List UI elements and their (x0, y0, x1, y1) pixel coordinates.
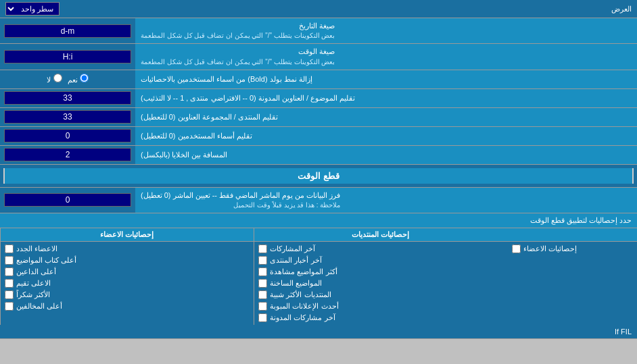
topic-trim-label: تقليم الموضوع / العناوين المدونة (0 -- ا… (135, 89, 637, 107)
time-format-label: صيغة الوقت بعض التكوينات يتطلب "/" التي … (135, 44, 637, 69)
list-item: آخر مشاركات المدونة (257, 312, 504, 323)
if-fil-row: If FIL (0, 325, 637, 339)
user-trim-input[interactable] (4, 129, 131, 142)
col1-checkbox-3[interactable] (5, 279, 14, 288)
bold-yes-label: نعم (68, 74, 89, 84)
apply-label: حدد إحصاليات لتطبيق قطع الوقت (0, 213, 637, 228)
topic-trim-row: تقليم الموضوع / العناوين المدونة (0 -- ا… (0, 89, 637, 108)
list-item: أكثر المواضيع مشاهدة (257, 266, 504, 278)
list-item: آخر أخبار المنتدى (257, 255, 504, 266)
date-format-label: صيغة التاريخ بعض التكوينات يتطلب "/" الت… (135, 18, 637, 43)
checkbox-cols: إحصائيات الاعضاء آخر المشاركات آخر أخبار… (0, 242, 637, 325)
cutoff-days-input[interactable] (4, 193, 131, 207)
list-item: أحدث الإعلانات المبوبة (257, 301, 504, 312)
list-item: الاعلى تقيم (3, 278, 251, 289)
display-select[interactable]: سطر واحد سطرين ثلاثة أسطر (5, 2, 60, 16)
time-format-row: صيغة الوقت بعض التكوينات يتطلب "/" التي … (0, 44, 637, 70)
checkbox-col-2: آخر المشاركات آخر أخبار المنتدى أكثر الم… (254, 242, 507, 325)
list-item: الأكثر شكراً (3, 289, 251, 301)
date-format-row: صيغة التاريخ بعض التكوينات يتطلب "/" الت… (0, 18, 637, 44)
user-trim-label: تقليم أسماء المستخدمين (0 للتعطيل) (135, 127, 637, 145)
forum-trim-row: تقليم المنتدى / المجموعة العناوين (0 للت… (0, 108, 637, 127)
time-format-input-wrapper (0, 44, 135, 69)
bold-remove-row: إزالة نمط بولد (Bold) من اسماء المستخدمي… (0, 70, 637, 89)
col2-checkbox-4[interactable] (258, 290, 267, 299)
col1-checkbox-1[interactable] (5, 256, 14, 265)
date-format-input[interactable] (4, 24, 131, 38)
checkbox-col-3: إحصائيات الاعضاء (508, 242, 637, 325)
list-item: أعلى كتاب المواضيع (3, 255, 251, 266)
col1-checkbox-4[interactable] (5, 290, 14, 299)
cell-spacing-label: المسافة بين الخلايا (بالبكسل) (135, 146, 637, 164)
col2-checkbox-0[interactable] (258, 244, 267, 253)
col2-checkbox-5[interactable] (258, 302, 267, 311)
col2-checkbox-6[interactable] (258, 313, 267, 322)
col2-checkbox-2[interactable] (258, 267, 267, 276)
forum-trim-input-wrapper (0, 108, 135, 126)
bold-remove-label: إزالة نمط بولد (Bold) من اسماء المستخدمي… (135, 70, 637, 88)
list-item: آخر المشاركات (257, 243, 504, 255)
bold-remove-input-wrapper: نعم لا (0, 70, 135, 88)
col3-header (506, 228, 637, 241)
topic-trim-input[interactable] (4, 91, 131, 105)
time-format-input[interactable] (4, 50, 131, 63)
col2-checkbox-1[interactable] (258, 256, 267, 265)
top-bar: العرض سطر واحد سطرين ثلاثة أسطر (0, 0, 637, 18)
col1-header: إحصائيات الاعضاء (0, 228, 254, 241)
cell-spacing-row: المسافة بين الخلايا (بالبكسل) (0, 146, 637, 165)
cutoff-days-input-wrapper (0, 188, 135, 213)
col2-checkbox-3[interactable] (258, 279, 267, 288)
list-item: المواضيع الساخنة (257, 278, 504, 289)
col1-checkbox-5[interactable] (5, 302, 14, 311)
cell-spacing-input-wrapper (0, 146, 135, 164)
cutoff-days-row: فرز البيانات من يوم الماشر الماضي فقط --… (0, 188, 637, 213)
forum-trim-input[interactable] (4, 110, 131, 124)
bold-no-radio[interactable] (53, 74, 62, 82)
col1-checkbox-0[interactable] (5, 244, 14, 253)
date-format-input-wrapper (0, 18, 135, 43)
checkbox-col-1: الاعضاء الجدد أعلى كتاب المواضيع أعلى ال… (0, 242, 254, 325)
list-item: إحصائيات الاعضاء (511, 243, 634, 255)
cell-spacing-input[interactable] (4, 148, 131, 161)
user-trim-row: تقليم أسماء المستخدمين (0 للتعطيل) (0, 127, 637, 146)
user-trim-input-wrapper (0, 127, 135, 145)
checkbox-headers: إحصائيات المنتديات إحصائيات الاعضاء (0, 228, 637, 242)
list-item: الاعضاء الجدد (3, 243, 251, 255)
list-item: أعلى المخالفين (3, 301, 251, 312)
list-item: أعلى الداعين (3, 266, 251, 278)
cutoff-title: قطع الوقت (3, 168, 634, 184)
bold-no-label: لا (47, 74, 62, 84)
col2-header: إحصائيات المنتديات (254, 228, 507, 241)
col3-checkbox-0[interactable] (512, 244, 521, 253)
top-bar-label: العرض (60, 5, 632, 14)
bold-yes-radio[interactable] (80, 74, 89, 82)
list-item: المنتديات الأكثر شبية (257, 289, 504, 301)
forum-trim-label: تقليم المنتدى / المجموعة العناوين (0 للت… (135, 108, 637, 126)
cutoff-days-label: فرز البيانات من يوم الماشر الماضي فقط --… (135, 188, 637, 213)
cutoff-section-header: قطع الوقت (0, 165, 637, 188)
topic-trim-input-wrapper (0, 89, 135, 107)
col1-checkbox-2[interactable] (5, 267, 14, 276)
